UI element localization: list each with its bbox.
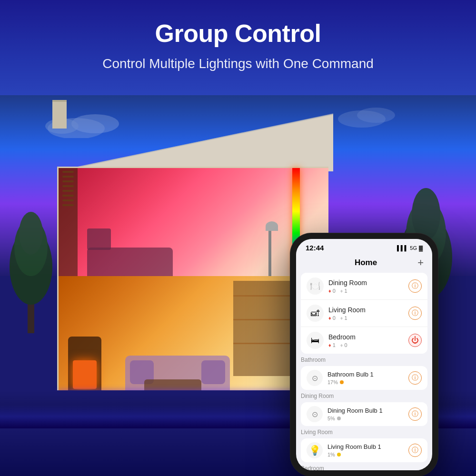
network-label: 5G (410, 245, 417, 251)
battery-icon: ▓ (419, 245, 423, 251)
lower-floor (57, 276, 328, 395)
bedroom-icon: 🛏 (307, 332, 324, 349)
dining-off-count: ♦ 0 (328, 288, 336, 294)
tree-left-svg (0, 143, 62, 333)
bedroom-status: ♦ 1 ♦ 0 (328, 342, 408, 348)
dining-bulb-list: ⊙ Dining Room Bulb 1 5% ⓘ (301, 402, 427, 426)
nav-bar: Home + (296, 255, 432, 273)
phone-outer: 12:44 ▌▌▌ 5G ▓ Home + (290, 233, 438, 476)
living-off-count: ♦ 0 (328, 315, 336, 321)
living-room-name: Living Room (328, 306, 408, 314)
dining-brightness-dot (337, 416, 341, 420)
table-row[interactable]: 🛏 Bedroom ♦ 1 ♦ 0 ⏻ (301, 327, 427, 354)
dining-on-count: ♦ 1 (340, 288, 347, 294)
bedroom-section-header: Bedroom (296, 462, 432, 470)
bathroom-section-header: Bathroom (296, 354, 432, 364)
page-subtitle: Control Multiple Lightings with One Comm… (0, 56, 476, 71)
dining-bulb-detail: 5% (327, 416, 408, 421)
header-text: Group Control Control Multiple Lightings… (0, 19, 476, 71)
bathroom-bulb-icon: ⊙ (307, 370, 323, 386)
list-item[interactable]: ⊙ Bathroom Bulb 1 17% ⓘ (301, 366, 427, 390)
status-time: 12:44 (306, 244, 324, 252)
living-bulb-name: Living Room Bulb 1 (327, 443, 408, 450)
phone-screen: 12:44 ▌▌▌ 5G ▓ Home + (296, 239, 432, 470)
living-bulb-icon: 💡 (307, 442, 323, 458)
page-title: Group Control (0, 19, 476, 48)
dining-bulb-info: Dining Room Bulb 1 5% (327, 407, 408, 421)
living-brightness-dot (337, 453, 341, 456)
living-section-header: Living Room (296, 426, 432, 436)
living-room-icon: 🛋 (307, 305, 324, 322)
svg-point-17 (412, 188, 440, 240)
living-on-count: ♦ 1 (340, 315, 347, 321)
bedroom-name: Bedroom (328, 333, 408, 341)
bedroom-off-count: ♦ 1 (328, 342, 336, 348)
bathroom-brightness-dot (340, 380, 344, 384)
dining-bulb-icon: ⊙ (307, 406, 323, 422)
phone-mockup: 12:44 ▌▌▌ 5G ▓ Home + (290, 233, 438, 476)
living-room-info: Living Room ♦ 0 ♦ 1 (328, 306, 408, 321)
nav-title: Home (355, 258, 377, 268)
main-container: Group Control Control Multiple Lightings… (0, 0, 476, 476)
living-bulb-info: Living Room Bulb 1 1% (327, 443, 408, 457)
table-row[interactable]: 🍽️ Dining Room ♦ 0 ♦ 1 ⓘ (301, 273, 427, 300)
dining-section-header: Dining Room (296, 390, 432, 400)
upper-floor (57, 167, 328, 276)
device-list: 🍽️ Dining Room ♦ 0 ♦ 1 ⓘ 🛋 (301, 273, 427, 354)
bathroom-bulb-name: Bathroom Bulb 1 (327, 371, 408, 378)
living-bulb-detail: 1% (327, 452, 408, 457)
dining-room-action[interactable]: ⓘ (408, 279, 422, 293)
dining-bulb-action[interactable]: ⓘ (408, 407, 422, 421)
bathroom-bulb-detail: 17% (327, 379, 408, 385)
status-bar: 12:44 ▌▌▌ 5G ▓ (296, 239, 432, 255)
dining-room-icon: 🍽️ (307, 278, 324, 295)
svg-point-13 (19, 212, 43, 255)
dining-room-info: Dining Room ♦ 0 ♦ 1 (328, 279, 408, 294)
bedroom-info: Bedroom ♦ 1 ♦ 0 (328, 333, 408, 348)
living-bulb-action[interactable]: ⓘ (408, 444, 422, 457)
dining-room-status: ♦ 0 ♦ 1 (328, 288, 408, 294)
status-icons: ▌▌▌ 5G ▓ (397, 245, 423, 251)
bathroom-bulb-info: Bathroom Bulb 1 17% (327, 371, 408, 385)
roof-svg (57, 109, 347, 171)
dining-bulb-name: Dining Room Bulb 1 (327, 407, 408, 414)
signal-icon: ▌▌▌ (397, 245, 408, 251)
add-button[interactable]: + (417, 257, 424, 269)
living-room-status: ♦ 0 ♦ 1 (328, 315, 408, 321)
bedroom-power-action[interactable]: ⏻ (408, 334, 422, 347)
bedroom-on-count: ♦ 0 (340, 342, 347, 348)
living-room-action[interactable]: ⓘ (408, 307, 422, 320)
living-bulb-list: 💡 Living Room Bulb 1 1% ⓘ (301, 438, 427, 462)
bathroom-bulb-action[interactable]: ⓘ (408, 371, 422, 385)
bathroom-bulb-list: ⊙ Bathroom Bulb 1 17% ⓘ (301, 366, 427, 390)
dining-room-name: Dining Room (328, 279, 408, 287)
list-item[interactable]: ⊙ Dining Room Bulb 1 5% ⓘ (301, 402, 427, 426)
table-row[interactable]: 🛋 Living Room ♦ 0 ♦ 1 ⓘ (301, 300, 427, 327)
list-item[interactable]: 💡 Living Room Bulb 1 1% ⓘ (301, 438, 427, 462)
